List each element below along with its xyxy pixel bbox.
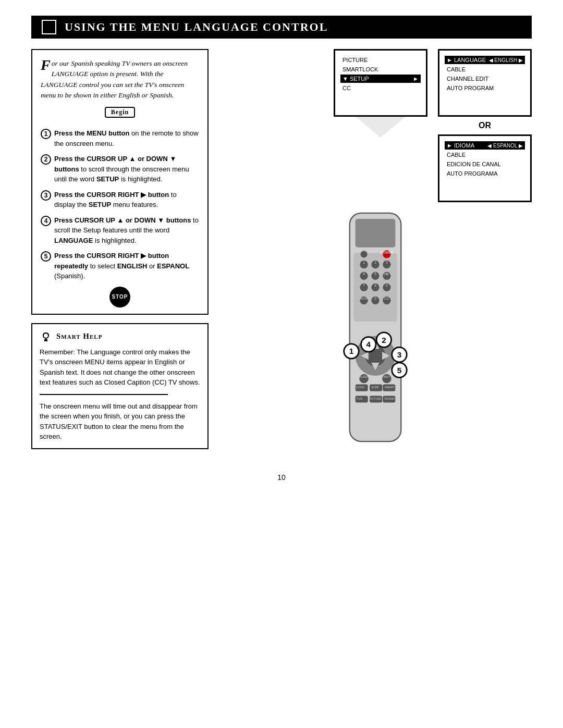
smart-help-box: Smart Help Remember: The Language contro… bbox=[31, 323, 209, 449]
tv-screen-espanol: ► IDIOMA ◀ ESPANOL ▶ CABLE EDICION DE CA… bbox=[438, 134, 532, 202]
page-number: 10 bbox=[31, 473, 532, 482]
language-auto-program: AUTO PROGRAM bbox=[445, 84, 525, 92]
svg-text:4: 4 bbox=[366, 340, 371, 349]
svg-text:0: 0 bbox=[374, 297, 376, 300]
svg-text:5: 5 bbox=[374, 272, 376, 276]
bulb-icon bbox=[40, 330, 52, 343]
step-3-text: Press the CURSOR RIGHT ▶ button to displ… bbox=[54, 190, 199, 210]
smart-help-text: Remember: The Language control only make… bbox=[40, 347, 200, 388]
right-column: PICTURE SMARTLOCK ▼ SETUP ► CC ► L bbox=[219, 49, 532, 458]
step-2: 2 Press the CURSOR UP ▲ or DOWN ▼ button… bbox=[41, 154, 199, 184]
espanol-auto-programa: AUTO PROGRAMA bbox=[445, 169, 525, 178]
tv-icon bbox=[42, 20, 56, 34]
idioma-highlighted: ► IDIOMA ◀ ESPANOL ▶ bbox=[445, 141, 525, 150]
svg-text:SMART: SMART bbox=[385, 386, 395, 389]
tv-screen-english: ► LANGUAGE ◀ ENGLISH ▶ CABLE CHANNEL EDI… bbox=[438, 49, 532, 117]
language-cable: CABLE bbox=[445, 65, 525, 73]
step-2-text: Press the CURSOR UP ▲ or DOWN ▼ buttons … bbox=[54, 154, 199, 184]
menu-item-smartlock: SMARTLOCK bbox=[340, 65, 421, 73]
svg-text:CC: CC bbox=[384, 297, 389, 300]
smart-help-title: Smart Help bbox=[56, 332, 102, 341]
svg-text:4: 4 bbox=[363, 272, 365, 276]
espanol-edicion: EDICION DE CANAL bbox=[445, 160, 525, 168]
svg-text:1: 1 bbox=[363, 261, 365, 264]
intro-text: For our Spanish speaking TV owners an on… bbox=[41, 58, 199, 101]
step-5: 5 Press the CURSOR RIGHT ▶ button repeat… bbox=[41, 251, 199, 281]
step-4-text: Press CURSOR UP ▲ or DOWN ▼ buttons to s… bbox=[54, 215, 199, 246]
menu-item-picture: PICTURE bbox=[340, 56, 421, 64]
step-4-num: 4 bbox=[41, 216, 51, 226]
smart-help-header: Smart Help bbox=[40, 330, 200, 343]
page: Using the Menu Language Control For our … bbox=[0, 0, 563, 728]
page-title: Using the Menu Language Control bbox=[65, 20, 328, 34]
svg-text:3: 3 bbox=[386, 261, 388, 264]
dropcap: F bbox=[41, 58, 51, 71]
svg-text:CH+: CH+ bbox=[384, 273, 389, 276]
language-highlighted: ► LANGUAGE ◀ ENGLISH ▶ bbox=[445, 56, 525, 64]
svg-text:3: 3 bbox=[397, 350, 402, 359]
language-screens: ► LANGUAGE ◀ ENGLISH ▶ CABLE CHANNEL EDI… bbox=[438, 49, 532, 202]
language-channel-edit: CHANNEL EDIT bbox=[445, 75, 525, 83]
or-label: OR bbox=[479, 121, 491, 130]
svg-text:1: 1 bbox=[349, 347, 354, 355]
step-1-num: 1 bbox=[41, 129, 51, 139]
svg-text:SLEEP: SLEEP bbox=[359, 375, 369, 378]
svg-text:7: 7 bbox=[363, 283, 365, 287]
svg-text:9: 9 bbox=[386, 283, 388, 287]
stop-label: STOP bbox=[112, 294, 128, 300]
page-header: Using the Menu Language Control bbox=[31, 16, 532, 39]
svg-text:TUS: TUS bbox=[357, 397, 362, 400]
bottom-text: The onscreen menu will time out and disa… bbox=[40, 401, 200, 442]
svg-text:SOUND: SOUND bbox=[385, 397, 395, 400]
step-4: 4 Press CURSOR UP ▲ or DOWN ▼ buttons to… bbox=[41, 215, 199, 246]
stop-icon-container: STOP bbox=[41, 287, 199, 307]
svg-text:CLOCK: CLOCK bbox=[354, 386, 364, 389]
svg-text:5: 5 bbox=[397, 366, 402, 375]
svg-text:MUT: MUT bbox=[384, 375, 390, 378]
svg-point-26 bbox=[361, 251, 368, 257]
step-1-text: Press the MENU button on the remote to s… bbox=[54, 128, 199, 149]
left-column: For our Spanish speaking TV owners an on… bbox=[31, 49, 209, 458]
remote-svg: 1 2 3 4 5 6 7 8 9 A/CH 0 CC POWER SLEEP … bbox=[313, 207, 438, 447]
svg-text:A/CH: A/CH bbox=[360, 297, 368, 300]
remote-container: 1 2 3 4 5 6 7 8 9 A/CH 0 CC POWER SLEEP … bbox=[287, 207, 464, 447]
begin-label: Begin bbox=[105, 107, 135, 118]
instruction-box: For our Spanish speaking TV owners an on… bbox=[31, 49, 209, 315]
step-3-num: 3 bbox=[41, 190, 51, 201]
step-5-num: 5 bbox=[41, 251, 51, 262]
tv-screen-setup: PICTURE SMARTLOCK ▼ SETUP ► CC bbox=[334, 49, 427, 117]
svg-text:8: 8 bbox=[374, 283, 376, 287]
step-5-text: Press the CURSOR RIGHT ▶ button repeated… bbox=[54, 251, 199, 281]
smart-help-divider bbox=[40, 394, 168, 395]
step-2-num: 2 bbox=[41, 154, 51, 165]
svg-rect-4 bbox=[350, 213, 401, 441]
step-1: 1 Press the MENU button on the remote to… bbox=[41, 128, 199, 149]
svg-text:PICTURE: PICTURE bbox=[369, 397, 382, 400]
espanol-cable: CABLE bbox=[445, 151, 525, 159]
svg-text:2: 2 bbox=[374, 261, 376, 264]
menu-item-cc: CC bbox=[340, 84, 421, 92]
step-3: 3 Press the CURSOR RIGHT ▶ button to dis… bbox=[41, 190, 199, 210]
svg-rect-5 bbox=[356, 219, 396, 248]
stop-circle: STOP bbox=[109, 287, 130, 307]
setup-screen-container: PICTURE SMARTLOCK ▼ SETUP ► CC bbox=[334, 49, 427, 117]
svg-text:POWER: POWER bbox=[381, 251, 394, 254]
screens-area: PICTURE SMARTLOCK ▼ SETUP ► CC ► L bbox=[219, 49, 532, 202]
menu-item-setup: ▼ SETUP ► bbox=[340, 75, 421, 83]
svg-text:2: 2 bbox=[382, 336, 386, 344]
main-content: For our Spanish speaking TV owners an on… bbox=[31, 49, 532, 458]
svg-text:SURF: SURF bbox=[372, 386, 380, 389]
